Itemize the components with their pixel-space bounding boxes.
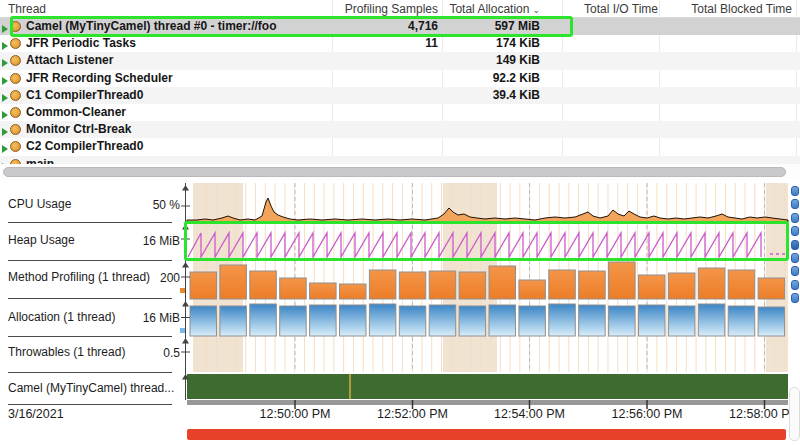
running-triangle-icon (2, 128, 8, 136)
time-tick-label: 12:50:00 PM (240, 407, 350, 421)
thread-name-cell: Monitor Ctrl-Break (26, 121, 326, 138)
lane-pill-marker[interactable] (791, 240, 799, 250)
total-blocked-cell (660, 18, 792, 35)
thread-state-icon (2, 106, 24, 119)
total-io-cell (563, 18, 658, 35)
column-header-profiling-samples[interactable]: Profiling Samples (333, 0, 438, 18)
thread-state-icon (2, 89, 24, 102)
running-triangle-icon (2, 77, 8, 85)
profiling-samples-cell (333, 52, 438, 69)
total-blocked-cell (660, 138, 792, 155)
thread-name-cell: JFR Periodic Tasks (26, 35, 326, 52)
total-io-cell (563, 121, 658, 138)
total-allocation-cell: 597 MiB (443, 18, 540, 35)
lane-pill-marker[interactable] (791, 213, 799, 223)
lane-label-cpu: CPU Usage (8, 197, 71, 211)
total-io-cell (563, 35, 658, 52)
table-row[interactable]: Camel (MyTinyCamel) thread #0 - timer://… (0, 18, 800, 35)
thread-name-cell: Attach Listener (26, 52, 326, 69)
column-header-total-allocation[interactable]: Total Allocation⌄ (443, 0, 540, 18)
table-row[interactable]: C2 CompilerThread0 (0, 138, 800, 155)
time-tick-label: 12:52:00 PM (358, 407, 468, 421)
lane-axis-value-heap: 16 MiB (100, 234, 180, 248)
lane-pill-marker[interactable] (791, 266, 799, 276)
table-row[interactable]: C1 CompilerThread039.4 KiB (0, 87, 800, 104)
lane-axis-value-method: 200 (100, 271, 180, 285)
running-triangle-icon (2, 145, 8, 153)
table-horizontal-scrollbar-track[interactable] (0, 164, 800, 180)
thread-table-body: Camel (MyTinyCamel) thread #0 - timer://… (0, 18, 800, 164)
thread-name-cell: Common-Cleaner (26, 104, 326, 121)
table-row[interactable]: Monitor Ctrl-Break (0, 121, 800, 138)
thread-name-cell: JFR Recording Scheduler (26, 70, 326, 87)
thread-state-icon (2, 20, 24, 33)
time-tick-label: 12:56:00 PM (592, 407, 702, 421)
lane-pill-marker[interactable] (791, 199, 799, 209)
total-blocked-cell (660, 52, 792, 69)
profiler-window: Thread Profiling Samples Total Allocatio… (0, 0, 800, 446)
profiling-samples-cell (333, 121, 438, 138)
profiling-samples-cell: 4,716 (333, 18, 438, 35)
total-io-cell (563, 87, 658, 104)
running-triangle-icon (2, 94, 8, 102)
total-allocation-cell (443, 156, 540, 164)
running-triangle-icon (2, 111, 8, 119)
total-blocked-cell (660, 35, 792, 52)
chart-vertical-scrollbar-track[interactable] (789, 387, 800, 441)
lane-separator (8, 336, 172, 337)
thread-table: Thread Profiling Samples Total Allocatio… (0, 0, 800, 164)
table-row[interactable]: Common-Cleaner (0, 104, 800, 121)
thread-icon (10, 55, 21, 66)
thread-icon (10, 107, 21, 118)
profiling-samples-cell (333, 70, 438, 87)
running-triangle-icon (2, 42, 8, 50)
total-allocation-cell: 92.2 KiB (443, 70, 540, 87)
thread-icon (10, 124, 21, 135)
table-row[interactable]: main (0, 156, 800, 164)
total-blocked-cell (660, 156, 792, 164)
table-row[interactable]: Attach Listener149 KiB (0, 52, 800, 69)
running-triangle-icon (2, 59, 8, 67)
lane-pill-marker[interactable] (791, 293, 799, 303)
table-row[interactable]: JFR Recording Scheduler92.2 KiB (0, 70, 800, 87)
table-horizontal-scrollbar-thumb[interactable] (3, 167, 786, 177)
lane-pill-marker[interactable] (791, 226, 799, 236)
thread-state-icon (2, 37, 24, 50)
lane-pill-marker[interactable] (791, 253, 799, 263)
lane-pill-marker[interactable] (791, 280, 799, 290)
thread-name-cell: C1 CompilerThread0 (26, 87, 326, 104)
total-blocked-cell (660, 87, 792, 104)
total-io-cell (563, 138, 658, 155)
thread-icon (10, 141, 21, 152)
thread-icon (10, 38, 21, 49)
sort-desc-icon: ⌄ (532, 5, 540, 15)
lane-separator (8, 222, 172, 223)
thread-state-icon (2, 123, 24, 136)
timeline-date-label: 3/16/2021 (8, 407, 64, 421)
time-tick-label: 12:54:00 PM (475, 407, 585, 421)
lane-separator (8, 404, 172, 405)
column-header-total-io-time[interactable]: Total I/O Time (563, 0, 658, 18)
total-allocation-cell: 174 KiB (443, 35, 540, 52)
total-allocation-cell: 149 KiB (443, 52, 540, 69)
lane-pill-marker[interactable] (791, 186, 799, 196)
profiling-samples-cell: 11 (333, 35, 438, 52)
thread-name-cell: main (26, 156, 326, 164)
thread-icon (10, 21, 21, 32)
lane-label-heap: Heap Usage (8, 233, 75, 247)
timeline-range-scrollbar[interactable] (187, 429, 786, 440)
table-row[interactable]: JFR Periodic Tasks11174 KiB (0, 35, 800, 52)
lane-axis-value-cpu: 50 % (100, 198, 180, 212)
profiling-samples-cell (333, 156, 438, 164)
profiling-samples-cell (333, 138, 438, 155)
thread-state-icon (2, 72, 24, 85)
total-blocked-cell (660, 104, 792, 121)
thread-icon (10, 90, 21, 101)
column-header-thread[interactable]: Thread (8, 0, 328, 18)
total-blocked-cell (660, 70, 792, 87)
column-header-total-blocked-time[interactable]: Total Blocked Time (660, 0, 792, 18)
lane-separator (8, 372, 172, 373)
thread-icon (10, 73, 21, 84)
lane-axis-value-alloc: 16 MiB (100, 311, 180, 325)
thread-state-icon (2, 140, 24, 153)
